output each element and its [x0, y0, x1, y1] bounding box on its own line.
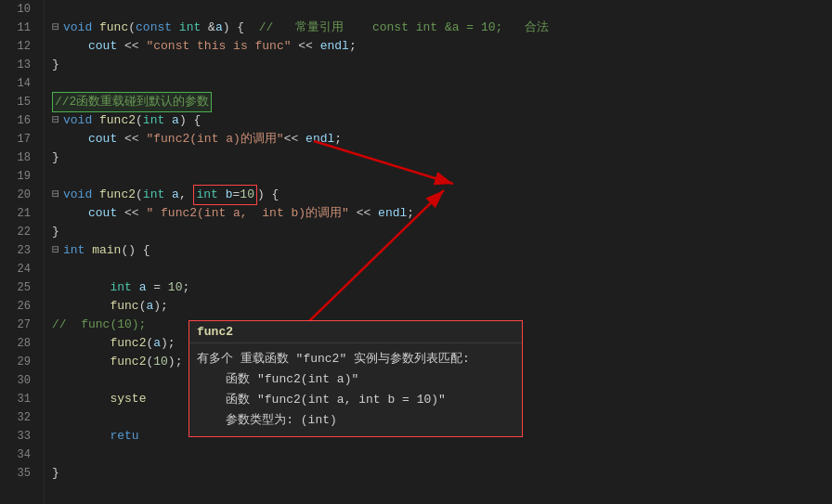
collapse-icon-23[interactable]: ⊟: [52, 241, 63, 260]
code-line-17: cout << "func2(int a)的调用"<< endl;: [52, 130, 832, 149]
line-16: 16: [0, 111, 36, 130]
line-35: 35: [0, 464, 36, 483]
tooltip-option1: 函数 "func2(int a)": [197, 369, 514, 390]
collapse-icon-20[interactable]: ⊟: [52, 186, 63, 204]
line-31: 31: [0, 390, 36, 408]
line-23: 23: [0, 241, 36, 260]
tooltip-message: 有多个 重载函数 "func2" 实例与参数列表匹配:: [197, 349, 514, 369]
line-26: 26: [0, 297, 36, 316]
code-line-21: cout << " func2(int a, int b)的调用" << end…: [52, 204, 832, 223]
line-15: 15: [0, 93, 36, 111]
line-13: 13: [0, 56, 36, 74]
line-18: 18: [0, 149, 36, 167]
code-line-23: ⊟int main() {: [52, 241, 832, 260]
fn-func-11: func: [99, 19, 128, 37]
code-line-14: [52, 74, 832, 93]
keyword-this: this: [197, 37, 226, 56]
line-28: 28: [0, 334, 36, 353]
line-27: 27: [0, 316, 36, 334]
tooltip-option2: 函数 "func2(int a, int b = 10)": [197, 390, 514, 410]
code-line-25: int a = 10;: [52, 278, 832, 297]
code-line-16: ⊟void func2(int a) {: [52, 111, 832, 130]
code-line-34: [52, 446, 832, 464]
line-10: 10: [0, 0, 36, 19]
tooltip-popup: func2 有多个 重载函数 "func2" 实例与参数列表匹配: 函数 "fu…: [188, 320, 523, 437]
code-line-15: //2函数重载碰到默认的参数: [52, 93, 832, 111]
line-11: 11: [0, 19, 36, 37]
line-33: 33: [0, 427, 36, 446]
line-32: 32: [0, 408, 36, 427]
code-editor: 10 11 12 13 14 15 16 17 18 19 20 21 22 2…: [0, 0, 832, 504]
line-17: 17: [0, 130, 36, 149]
line-25: 25: [0, 278, 36, 297]
code-line-19: [52, 167, 832, 186]
code-line-24: [52, 260, 832, 278]
code-line-12: cout << "const this is func" << endl;: [52, 37, 832, 56]
line-20: 20: [0, 186, 36, 204]
line-14: 14: [0, 74, 36, 93]
code-line-18: }: [52, 149, 832, 167]
line-21: 21: [0, 204, 36, 223]
line-34: 34: [0, 446, 36, 464]
code-line-13: }: [52, 56, 832, 74]
code-content[interactable]: ⊟void func(const int &a) { // 常量引用 const…: [45, 0, 832, 504]
code-line-35: }: [52, 464, 832, 483]
line-29: 29: [0, 353, 36, 371]
line-numbers: 10 11 12 13 14 15 16 17 18 19 20 21 22 2…: [0, 0, 45, 504]
tooltip-title: func2: [189, 321, 522, 343]
code-line-26: func(a);: [52, 297, 832, 316]
kw-void-11: void: [63, 19, 99, 37]
code-line-11: ⊟void func(const int &a) { // 常量引用 const…: [52, 19, 832, 37]
code-line-22: }: [52, 223, 832, 241]
keyword-int: b: [226, 187, 233, 201]
collapse-icon-11[interactable]: ⊟: [52, 19, 63, 37]
line-19: 19: [0, 167, 36, 186]
line-12: 12: [0, 37, 36, 56]
tooltip-body: 有多个 重载函数 "func2" 实例与参数列表匹配: 函数 "func2(in…: [189, 343, 522, 436]
line-22: 22: [0, 223, 36, 241]
tooltip-option3: 参数类型为: (int): [197, 410, 514, 431]
line-30: 30: [0, 371, 36, 390]
red-box-param: int b=10: [193, 185, 256, 205]
annotation-comment: //2函数重载碰到默认的参数: [52, 92, 212, 112]
line-24: 24: [0, 260, 36, 278]
collapse-icon-16[interactable]: ⊟: [52, 111, 63, 130]
code-line-10: [52, 0, 832, 19]
code-line-20: ⊟void func2(int a, int b=10) {: [52, 186, 832, 204]
